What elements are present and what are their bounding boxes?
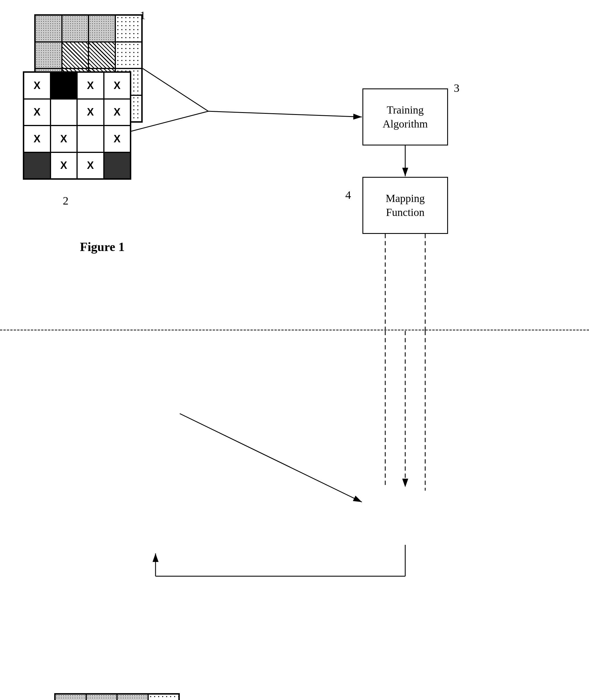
fig2-texture-grid bbox=[54, 693, 180, 700]
cell bbox=[62, 42, 89, 69]
cell bbox=[35, 15, 62, 42]
cell bbox=[55, 694, 86, 700]
ref-label-2-fig1: 2 bbox=[63, 194, 68, 207]
svg-line-2 bbox=[131, 111, 208, 131]
cell bbox=[117, 694, 148, 700]
cell bbox=[35, 42, 62, 69]
cell bbox=[115, 42, 142, 69]
figure-1: 1 X X X X X X X X X X X 2 TrainingAlgori… bbox=[0, 0, 589, 331]
cell bbox=[62, 15, 89, 42]
cell-x: X bbox=[77, 152, 104, 179]
cell-empty bbox=[77, 126, 104, 152]
cell-black bbox=[50, 72, 77, 99]
mapping-function-label-1: MappingFunction bbox=[386, 191, 425, 220]
ref-label-1-fig1: 1 bbox=[140, 9, 146, 22]
cell-x: X bbox=[104, 99, 131, 126]
cell-x: X bbox=[77, 72, 104, 99]
svg-line-11 bbox=[180, 414, 362, 502]
cell-x: X bbox=[104, 72, 131, 99]
svg-line-1 bbox=[143, 68, 208, 111]
cell-x: X bbox=[24, 72, 50, 99]
ref-label-3-fig1: 3 bbox=[454, 81, 459, 95]
cell-empty bbox=[50, 99, 77, 126]
cell bbox=[88, 42, 115, 69]
training-algorithm-box: TrainingAlgorithm bbox=[362, 88, 448, 146]
cell-dark bbox=[24, 152, 50, 179]
cell-x: X bbox=[104, 126, 131, 152]
figure1-label: Figure 1 bbox=[80, 240, 125, 254]
cell-x: X bbox=[24, 99, 50, 126]
ref-label-4-fig1: 4 bbox=[345, 188, 351, 202]
mapping-function-box-1: MappingFunction bbox=[362, 177, 448, 234]
cell bbox=[115, 15, 142, 42]
cell bbox=[86, 694, 117, 700]
fig2-arrows bbox=[0, 331, 589, 700]
cell bbox=[88, 15, 115, 42]
svg-line-3 bbox=[208, 111, 362, 117]
cell-dark bbox=[104, 152, 131, 179]
cell-x: X bbox=[24, 126, 50, 152]
training-algorithm-label: TrainingAlgorithm bbox=[383, 103, 428, 131]
fig1-x-grid: X X X X X X X X X X X bbox=[23, 71, 131, 180]
cell bbox=[148, 694, 179, 700]
page-divider bbox=[0, 329, 589, 330]
figure-2: 1 MappingFunction 4 5 Figure 2 bbox=[0, 331, 589, 700]
cell-x: X bbox=[77, 99, 104, 126]
cell-x: X bbox=[50, 152, 77, 179]
cell-x: X bbox=[50, 126, 77, 152]
